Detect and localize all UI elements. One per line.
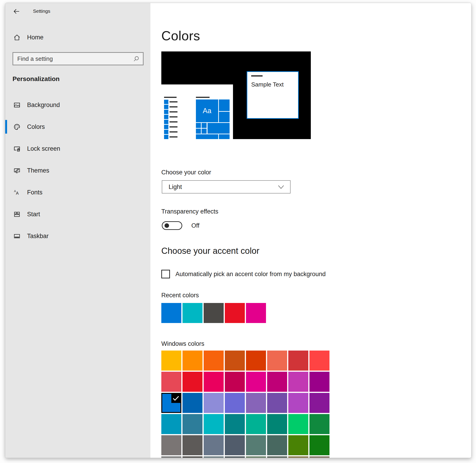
windows-color-swatch[interactable] (225, 351, 245, 371)
windows-color-swatch[interactable] (288, 351, 308, 371)
windows-color-swatch[interactable] (288, 393, 308, 413)
windows-color-swatch[interactable] (204, 351, 224, 371)
windows-color-swatch[interactable] (225, 435, 245, 455)
search-input[interactable] (13, 53, 127, 65)
windows-color-swatch[interactable] (246, 393, 266, 413)
back-button[interactable] (12, 8, 21, 16)
mini-tiles-dash (196, 97, 210, 98)
mini-tile (208, 123, 229, 134)
chevron-down-icon (278, 184, 284, 190)
choose-color-label: Choose your color (161, 169, 211, 176)
windows-color-swatch[interactable] (309, 393, 329, 413)
windows-color-swatch[interactable] (204, 393, 224, 413)
sidebar-item-colors[interactable]: Colors (5, 120, 150, 134)
recent-color-swatch[interactable] (246, 303, 266, 323)
windows-color-swatch[interactable] (225, 456, 245, 458)
windows-color-swatch[interactable] (267, 372, 287, 392)
windows-colors-row (161, 414, 329, 434)
windows-color-swatch[interactable] (204, 414, 224, 434)
windows-color-swatch[interactable] (309, 351, 329, 371)
windows-color-swatch[interactable] (161, 351, 181, 371)
app-title: Settings (33, 9, 50, 14)
recent-color-swatch[interactable] (225, 303, 245, 323)
sidebar-item-label: Themes (27, 167, 49, 174)
windows-color-swatch[interactable] (183, 393, 203, 413)
mini-tile (202, 129, 207, 134)
windows-color-swatch[interactable] (204, 456, 224, 458)
windows-color-swatch[interactable] (204, 372, 224, 392)
windows-color-swatch[interactable] (288, 456, 308, 458)
windows-color-swatch[interactable] (288, 414, 308, 434)
windows-color-swatch[interactable] (267, 351, 287, 371)
background-icon (13, 101, 20, 109)
windows-color-swatch[interactable] (183, 414, 203, 434)
windows-color-swatch[interactable] (183, 351, 203, 371)
sidebar-item-label: Background (27, 101, 60, 109)
windows-color-swatch[interactable] (161, 435, 181, 455)
sidebar-item-lock-screen[interactable]: Lock screen (5, 142, 150, 155)
sidebar: Settings Home Personalization Background… (5, 3, 150, 458)
recent-color-swatch[interactable] (204, 303, 224, 323)
sidebar-item-start[interactable]: Start (5, 207, 150, 221)
windows-color-swatch[interactable] (309, 414, 329, 434)
windows-color-swatch[interactable] (246, 351, 266, 371)
recent-color-swatch[interactable] (161, 303, 181, 323)
sidebar-item-label: Fonts (27, 189, 43, 196)
sidebar-item-themes[interactable]: Themes (5, 164, 150, 177)
sidebar-item-background[interactable]: Background (5, 98, 150, 112)
windows-color-swatch[interactable] (246, 456, 266, 458)
windows-colors-row (161, 393, 329, 413)
windows-color-swatch[interactable] (183, 372, 203, 392)
selected-indicator (5, 120, 7, 134)
windows-colors-label: Windows colors (161, 340, 204, 347)
mini-tile (196, 129, 201, 134)
windows-color-swatch[interactable] (183, 456, 203, 458)
auto-accent-checkbox[interactable] (161, 270, 170, 278)
mini-tile (202, 123, 207, 128)
windows-color-swatch[interactable] (225, 414, 245, 434)
color-mode-dropdown[interactable]: Light (162, 180, 291, 194)
windows-color-swatch[interactable] (161, 372, 181, 392)
windows-color-swatch[interactable] (246, 435, 266, 455)
windows-color-swatch[interactable] (225, 393, 245, 413)
windows-color-swatch[interactable] (225, 372, 245, 392)
mini-tile (219, 134, 229, 139)
sidebar-item-fonts[interactable]: Fonts (5, 186, 150, 199)
sidebar-item-label: Start (27, 211, 40, 218)
windows-color-swatch[interactable] (309, 435, 329, 455)
sample-window: Sample Text (247, 71, 299, 119)
home-icon (13, 34, 20, 41)
windows-color-swatch[interactable] (161, 414, 181, 434)
windows-color-swatch[interactable] (267, 414, 287, 434)
windows-color-swatch[interactable] (288, 372, 308, 392)
lock-screen-icon (13, 145, 20, 152)
windows-colors-row (161, 456, 329, 458)
sample-window-dash (251, 75, 263, 77)
auto-accent-label: Automatically pick an accent color from … (176, 271, 326, 278)
search-icon[interactable] (133, 55, 140, 62)
mini-tile (196, 123, 201, 128)
windows-color-swatch[interactable] (267, 393, 287, 413)
sidebar-item-taskbar[interactable]: Taskbar (5, 229, 150, 243)
windows-color-swatch[interactable] (309, 456, 329, 458)
windows-color-swatch[interactable] (246, 414, 266, 434)
mini-tile (219, 99, 229, 111)
fonts-icon (13, 189, 20, 196)
search-box[interactable] (12, 52, 144, 65)
windows-color-swatch[interactable] (309, 372, 329, 392)
windows-color-swatch-selected[interactable] (161, 393, 181, 413)
sidebar-item-home[interactable]: Home (5, 30, 150, 44)
windows-color-swatch[interactable] (288, 435, 308, 455)
sidebar-item-label: Taskbar (27, 233, 49, 240)
windows-color-swatch[interactable] (161, 456, 181, 458)
transparency-toggle[interactable] (162, 221, 182, 230)
selected-corner (171, 394, 180, 403)
windows-color-swatch[interactable] (183, 435, 203, 455)
toggle-knob (165, 223, 169, 228)
windows-color-swatch[interactable] (246, 372, 266, 392)
recent-color-swatch[interactable] (183, 303, 203, 323)
theme-preview: Aa Sample Text (161, 52, 311, 139)
windows-color-swatch[interactable] (267, 456, 287, 458)
windows-color-swatch[interactable] (204, 435, 224, 455)
windows-color-swatch[interactable] (267, 435, 287, 455)
